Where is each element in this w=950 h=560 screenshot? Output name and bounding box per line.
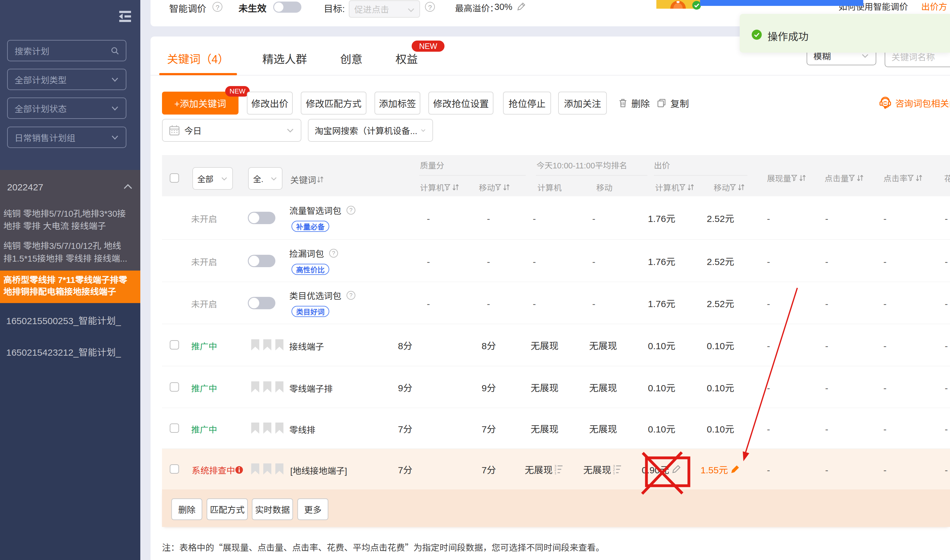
svg-text:?: ? [349,292,353,298]
svg-text:?: ? [332,250,335,256]
svg-text:?: ? [349,207,353,213]
